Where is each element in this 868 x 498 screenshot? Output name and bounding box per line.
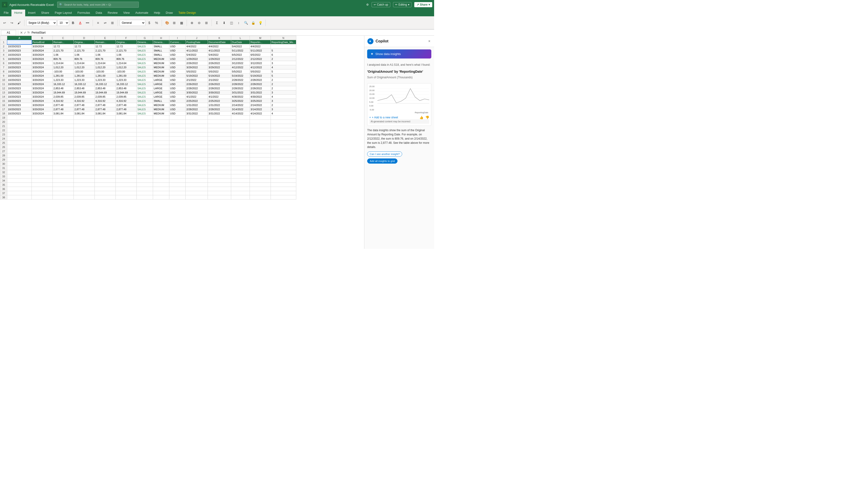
col-header-N[interactable]: N (271, 36, 296, 40)
formula-input[interactable] (30, 30, 433, 35)
cell-K15[interactable]: 2/25/2022 (208, 99, 231, 103)
number-format-select[interactable]: General (120, 20, 145, 26)
cell-A7[interactable]: 10/20/2023 (7, 65, 32, 69)
cell-M34[interactable] (250, 179, 271, 183)
tab-page-layout[interactable]: Page Layout (52, 10, 75, 16)
cell-B29[interactable] (32, 158, 53, 162)
grid-wrapper[interactable]: A B C D E F G H I J K L M N (0, 36, 364, 249)
cell-F30[interactable] (116, 162, 137, 166)
cell-D10[interactable]: 1,223.33 (74, 78, 95, 82)
cell-K30[interactable] (208, 162, 231, 166)
cell-N31[interactable] (271, 166, 296, 170)
cell-N5[interactable]: 2 (271, 57, 296, 61)
cell-J7[interactable]: 3/29/2022 (186, 65, 208, 69)
catch-up-button[interactable]: ↩ Catch up (372, 2, 390, 7)
cell-K33[interactable] (208, 174, 231, 179)
fill-button[interactable]: ⬇ (221, 19, 227, 26)
cell-A20[interactable] (7, 120, 32, 124)
cell-H2[interactable]: SMALL (153, 44, 169, 49)
cell-F4[interactable]: 1.06 (116, 53, 137, 57)
cell-A10[interactable]: 10/20/2023 (7, 78, 32, 82)
cell-N34[interactable] (271, 179, 296, 183)
find-button[interactable]: 🔍 (243, 19, 249, 26)
cell-E38[interactable] (95, 195, 116, 199)
cell-G2[interactable]: SALES (137, 44, 153, 49)
cell-K1[interactable]: DocumentDate (208, 40, 231, 44)
tab-draw[interactable]: Draw (163, 10, 176, 16)
cell-E16[interactable]: 2,877.48 (95, 103, 116, 107)
col-header-H[interactable]: H (153, 36, 169, 40)
format-cells-button[interactable]: ⊞ (203, 19, 210, 26)
cell-D3[interactable]: 2,121.70 (74, 49, 95, 53)
cell-F21[interactable] (116, 124, 137, 128)
cell-J30[interactable] (186, 162, 208, 166)
cell-D37[interactable] (74, 191, 95, 195)
cell-F26[interactable] (116, 145, 137, 149)
cell-A17[interactable]: 10/20/2023 (7, 107, 32, 112)
cell-B14[interactable]: 3/20/2024 (32, 95, 53, 99)
cell-B20[interactable] (32, 120, 53, 124)
format-table-button[interactable]: ⊞ (171, 19, 178, 26)
cell-N3[interactable]: 5 (271, 49, 296, 53)
cell-J29[interactable] (186, 158, 208, 162)
cell-E8[interactable]: -103.00 (95, 69, 116, 74)
cell-C6[interactable]: 1,214.64 (53, 61, 74, 65)
cell-J18[interactable]: 3/31/2022 (186, 112, 208, 116)
cell-J10[interactable]: 2/1/2022 (186, 78, 208, 82)
cell-L26[interactable] (231, 145, 250, 149)
cell-N18[interactable]: 4 (271, 112, 296, 116)
cell-D36[interactable] (74, 187, 95, 191)
cell-G27[interactable] (137, 149, 153, 153)
cell-I25[interactable] (169, 141, 186, 145)
cell-C26[interactable] (53, 145, 74, 149)
cell-K31[interactable] (208, 166, 231, 170)
cell-F17[interactable]: 2,877.48 (116, 107, 137, 112)
cell-I1[interactable]: Currenc... (169, 40, 186, 44)
another-insight-button[interactable]: Can I see another insight? (367, 152, 402, 157)
col-header-A[interactable]: A (7, 36, 32, 40)
cell-M9[interactable]: 5/19/2022 (250, 74, 271, 78)
cell-M23[interactable] (250, 132, 271, 136)
cell-J26[interactable] (186, 145, 208, 149)
cell-C33[interactable] (53, 174, 74, 179)
cell-F36[interactable] (116, 187, 137, 191)
cell-A31[interactable] (7, 166, 32, 170)
cell-J33[interactable] (186, 174, 208, 179)
cell-C13[interactable]: 19,944.69 (53, 90, 74, 95)
cell-F28[interactable] (116, 153, 137, 158)
cell-M38[interactable] (250, 195, 271, 199)
cell-M5[interactable]: 2/12/2022 (250, 57, 271, 61)
cell-F15[interactable]: 4,316.92 (116, 99, 137, 103)
cell-H16[interactable]: MEDIUM (153, 103, 169, 107)
cell-K14[interactable]: 4/1/2022 (208, 95, 231, 99)
cell-N6[interactable]: 3 (271, 61, 296, 65)
cell-H14[interactable]: LARGE (153, 95, 169, 99)
cell-L16[interactable]: 2/14/2022 (231, 103, 250, 107)
cell-L12[interactable]: 2/28/2022 (231, 86, 250, 90)
cell-D27[interactable] (74, 149, 95, 153)
cell-I38[interactable] (169, 195, 186, 199)
cell-B10[interactable]: 3/20/2024 (32, 78, 53, 82)
cell-H30[interactable] (153, 162, 169, 166)
cell-H11[interactable]: LARGE (153, 82, 169, 86)
col-header-L[interactable]: L (231, 36, 250, 40)
show-data-insights-button[interactable]: ✦ Show data insights (367, 49, 431, 58)
cell-H33[interactable] (153, 174, 169, 179)
cell-D33[interactable] (74, 174, 95, 179)
cell-F22[interactable] (116, 128, 137, 132)
cell-M29[interactable] (250, 158, 271, 162)
cell-N10[interactable]: 2 (271, 78, 296, 82)
cell-G1[interactable]: Dimens... (137, 40, 153, 44)
cell-M22[interactable] (250, 128, 271, 132)
cell-B31[interactable] (32, 166, 53, 170)
add-all-insights-button[interactable]: Add all insights to grid (367, 158, 397, 163)
delete-cells-button[interactable]: ⊖ (196, 19, 203, 26)
cell-B21[interactable] (32, 124, 53, 128)
cell-G18[interactable]: SALES (137, 112, 153, 116)
cell-C38[interactable] (53, 195, 74, 199)
cell-C7[interactable]: 1,012.20 (53, 65, 74, 69)
cell-C37[interactable] (53, 191, 74, 195)
cell-F11[interactable]: 16,333.12 (116, 82, 137, 86)
cell-N28[interactable] (271, 153, 296, 158)
cell-H24[interactable] (153, 136, 169, 141)
